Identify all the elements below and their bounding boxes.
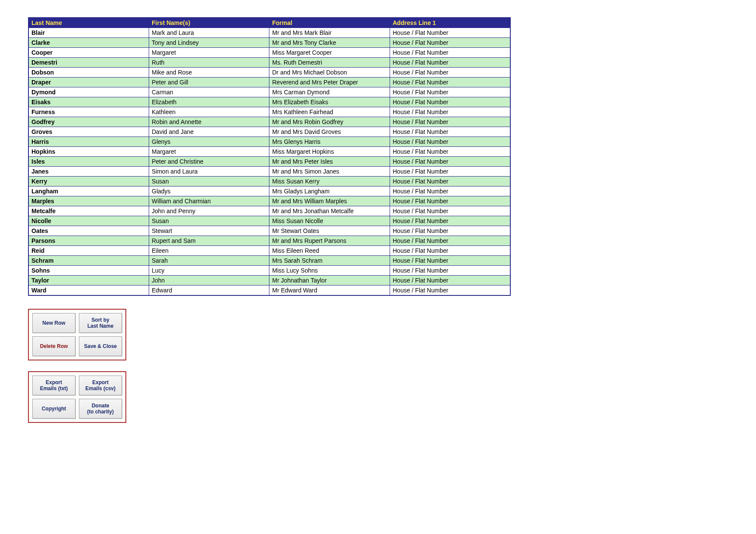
cell-address1[interactable]: House / Flat Number — [390, 58, 510, 68]
cell-first-name[interactable]: Margaret — [149, 48, 269, 58]
cell-formal[interactable]: Mr and Mrs Tony Clarke — [269, 38, 390, 48]
cell-last-name[interactable]: Eisaks — [28, 97, 149, 107]
cell-address1[interactable]: House / Flat Number — [390, 78, 510, 87]
table-row[interactable]: KerrySusanMiss Susan KerryHouse / Flat N… — [28, 177, 510, 186]
cell-last-name[interactable]: Sohns — [28, 266, 149, 276]
cell-formal[interactable]: Mr and Mrs William Marples — [269, 196, 390, 206]
table-row[interactable]: SchramSarahMrs Sarah SchramHouse / Flat … — [28, 256, 510, 266]
cell-last-name[interactable]: Taylor — [28, 276, 149, 286]
cell-formal[interactable]: Mr Johnathan Taylor — [269, 276, 390, 286]
donate-button[interactable]: Donate (to charity) — [79, 399, 122, 419]
cell-last-name[interactable]: Godfrey — [28, 117, 149, 127]
table-row[interactable]: BlairMark and LauraMr and Mrs Mark Blair… — [28, 28, 510, 38]
cell-last-name[interactable]: Harris — [28, 137, 149, 147]
cell-address1[interactable]: House / Flat Number — [390, 177, 510, 186]
cell-address1[interactable]: House / Flat Number — [390, 216, 510, 226]
table-row[interactable]: WardEdwardMr Edward WardHouse / Flat Num… — [28, 286, 510, 296]
export-txt-button[interactable]: Export Emails (txt) — [32, 376, 75, 395]
cell-formal[interactable]: Mr and Mrs Mark Blair — [269, 28, 390, 38]
cell-address1[interactable]: House / Flat Number — [390, 97, 510, 107]
export-csv-button[interactable]: Export Emails (csv) — [79, 376, 122, 395]
cell-last-name[interactable]: Cooper — [28, 48, 149, 58]
cell-address1[interactable]: House / Flat Number — [390, 226, 510, 236]
cell-address1[interactable]: House / Flat Number — [390, 196, 510, 206]
cell-last-name[interactable]: Langham — [28, 186, 149, 196]
cell-address1[interactable]: House / Flat Number — [390, 266, 510, 276]
cell-formal[interactable]: Mrs Sarah Schram — [269, 256, 390, 266]
table-row[interactable]: SohnsLucyMiss Lucy SohnsHouse / Flat Num… — [28, 266, 510, 276]
cell-first-name[interactable]: Margaret — [149, 147, 269, 157]
cell-formal[interactable]: Mr Edward Ward — [269, 286, 390, 296]
table-row[interactable]: IslesPeter and ChristineMr and Mrs Peter… — [28, 157, 510, 167]
table-row[interactable]: JanesSimon and LauraMr and Mrs Simon Jan… — [28, 167, 510, 177]
cell-first-name[interactable]: Glenys — [149, 137, 269, 147]
cell-last-name[interactable]: Nicolle — [28, 216, 149, 226]
cell-first-name[interactable]: Simon and Laura — [149, 167, 269, 177]
cell-first-name[interactable]: John and Penny — [149, 206, 269, 216]
cell-formal[interactable]: Miss Eileen Reed — [269, 246, 390, 256]
cell-formal[interactable]: Mrs Carman Dymond — [269, 87, 390, 97]
cell-formal[interactable]: Mr and Mrs David Groves — [269, 127, 390, 137]
table-row[interactable]: CooperMargaretMiss Margaret CooperHouse … — [28, 48, 510, 58]
cell-last-name[interactable]: Isles — [28, 157, 149, 167]
table-row[interactable]: EisaksElizabethMrs Elizabeth EisaksHouse… — [28, 97, 510, 107]
cell-formal[interactable]: Miss Susan Kerry — [269, 177, 390, 186]
cell-address1[interactable]: House / Flat Number — [390, 107, 510, 117]
table-row[interactable]: NicolleSusanMiss Susan NicolleHouse / Fl… — [28, 216, 510, 226]
table-row[interactable]: OatesStewartMr Stewart OatesHouse / Flat… — [28, 226, 510, 236]
cell-first-name[interactable]: Susan — [149, 216, 269, 226]
table-row[interactable]: FurnessKathleenMrs Kathleen FairheadHous… — [28, 107, 510, 117]
cell-formal[interactable]: Mr and Mrs Robin Godfrey — [269, 117, 390, 127]
cell-last-name[interactable]: Reid — [28, 246, 149, 256]
cell-last-name[interactable]: Demestri — [28, 58, 149, 68]
cell-address1[interactable]: House / Flat Number — [390, 38, 510, 48]
cell-address1[interactable]: House / Flat Number — [390, 147, 510, 157]
cell-first-name[interactable]: Tony and Lindsey — [149, 38, 269, 48]
cell-formal[interactable]: Dr and Mrs Michael Dobson — [269, 68, 390, 78]
cell-first-name[interactable]: Lucy — [149, 266, 269, 276]
table-row[interactable]: GodfreyRobin and AnnetteMr and Mrs Robin… — [28, 117, 510, 127]
cell-formal[interactable]: Mr and Mrs Rupert Parsons — [269, 236, 390, 246]
cell-formal[interactable]: Mr and Mrs Peter Isles — [269, 157, 390, 167]
cell-formal[interactable]: Reverend and Mrs Peter Draper — [269, 78, 390, 87]
col-first-name[interactable]: First Name(s) — [149, 18, 269, 28]
cell-address1[interactable]: House / Flat Number — [390, 48, 510, 58]
cell-first-name[interactable]: Gladys — [149, 186, 269, 196]
cell-last-name[interactable]: Janes — [28, 167, 149, 177]
cell-formal[interactable]: Mrs Kathleen Fairhead — [269, 107, 390, 117]
cell-formal[interactable]: Mrs Elizabeth Eisaks — [269, 97, 390, 107]
cell-last-name[interactable]: Metcalfe — [28, 206, 149, 216]
cell-formal[interactable]: Mr and Mrs Simon Janes — [269, 167, 390, 177]
cell-first-name[interactable]: Elizabeth — [149, 97, 269, 107]
cell-address1[interactable]: House / Flat Number — [390, 87, 510, 97]
cell-first-name[interactable]: Kathleen — [149, 107, 269, 117]
cell-address1[interactable]: House / Flat Number — [390, 246, 510, 256]
cell-last-name[interactable]: Parsons — [28, 236, 149, 246]
cell-address1[interactable]: House / Flat Number — [390, 157, 510, 167]
table-row[interactable]: HopkinsMargaretMiss Margaret HopkinsHous… — [28, 147, 510, 157]
table-row[interactable]: ClarkeTony and LindseyMr and Mrs Tony Cl… — [28, 38, 510, 48]
cell-address1[interactable]: House / Flat Number — [390, 276, 510, 286]
cell-address1[interactable]: House / Flat Number — [390, 256, 510, 266]
cell-first-name[interactable]: Stewart — [149, 226, 269, 236]
table-row[interactable]: ParsonsRupert and SamMr and Mrs Rupert P… — [28, 236, 510, 246]
cell-last-name[interactable]: Groves — [28, 127, 149, 137]
cell-first-name[interactable]: David and Jane — [149, 127, 269, 137]
cell-last-name[interactable]: Clarke — [28, 38, 149, 48]
cell-last-name[interactable]: Blair — [28, 28, 149, 38]
cell-first-name[interactable]: Mike and Rose — [149, 68, 269, 78]
cell-first-name[interactable]: Carman — [149, 87, 269, 97]
table-row[interactable]: ReidEileenMiss Eileen ReedHouse / Flat N… — [28, 246, 510, 256]
cell-first-name[interactable]: Eileen — [149, 246, 269, 256]
cell-last-name[interactable]: Marples — [28, 196, 149, 206]
cell-formal[interactable]: Ms. Ruth Demestri — [269, 58, 390, 68]
cell-first-name[interactable]: Robin and Annette — [149, 117, 269, 127]
col-address1[interactable]: Address Line 1 — [390, 18, 510, 28]
cell-last-name[interactable]: Hopkins — [28, 147, 149, 157]
new-row-button[interactable]: New Row — [32, 313, 75, 333]
table-row[interactable]: DobsonMike and RoseDr and Mrs Michael Do… — [28, 68, 510, 78]
sort-lastname-button[interactable]: Sort by Last Name — [79, 313, 122, 333]
table-row[interactable]: MarplesWilliam and CharmianMr and Mrs Wi… — [28, 196, 510, 206]
table-row[interactable]: DemestriRuthMs. Ruth DemestriHouse / Fla… — [28, 58, 510, 68]
cell-last-name[interactable]: Kerry — [28, 177, 149, 186]
